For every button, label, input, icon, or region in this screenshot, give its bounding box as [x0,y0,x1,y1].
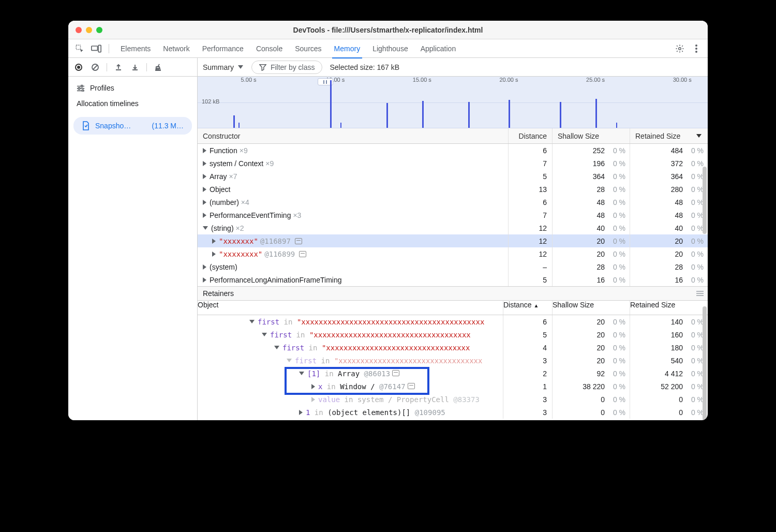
profiles-section[interactable]: Profiles [68,77,197,97]
tab-network[interactable]: Network [157,39,196,58]
timeline-tick: 5.00 s [241,77,257,83]
retainer-row[interactable]: first in "xxxxxxxxxxxxxxxxxxxxxxxxxxxxxx… [198,354,708,367]
svg-point-4 [695,45,697,47]
tab-sources[interactable]: Sources [289,39,327,58]
allocation-bar [238,123,240,128]
disclosure-triangle-icon[interactable] [287,359,292,362]
timeline-tick: 20.00 s [499,77,518,83]
tab-application[interactable]: Application [414,39,462,58]
disclosure-triangle-icon[interactable] [311,397,315,402]
col-retained[interactable]: Retained Size [630,128,708,143]
allocation-bar [330,80,332,128]
disclosure-triangle-icon[interactable] [274,346,279,349]
profiles-label: Profiles [90,84,114,92]
snapshot-name: Snapsho… [95,122,131,130]
snapshot-item[interactable]: Snapsho… (11.3 M… [73,117,192,135]
inspect-icon[interactable] [72,41,87,56]
disclosure-triangle-icon[interactable] [203,174,206,179]
close-icon[interactable] [76,27,82,33]
disclosure-triangle-icon[interactable] [212,239,216,244]
table-row[interactable]: Object13280 %2800 % [198,183,708,196]
table-row[interactable]: "xxxxxxxx" @11689912200 %200 % [198,247,708,260]
retainer-row[interactable]: first in "xxxxxxxxxxxxxxxxxxxxxxxxxxxxxx… [198,328,708,341]
clear-icon[interactable] [89,61,101,73]
zoom-icon[interactable] [96,27,102,33]
scrollbar[interactable] [703,306,707,420]
disclosure-triangle-icon[interactable] [262,333,267,336]
retainer-row[interactable]: first in "xxxxxxxxxxxxxxxxxxxxxxxxxxxxxx… [198,315,708,328]
retainer-row[interactable]: x in Window / @76147138 2200 %52 2000 % [198,380,708,393]
summary-dropdown[interactable]: Summary [203,63,244,71]
disclosure-triangle-icon[interactable] [203,200,206,205]
svg-rect-0 [76,45,80,49]
disclosure-triangle-icon[interactable] [249,320,255,323]
download-icon[interactable] [129,61,141,73]
svg-point-3 [679,47,681,50]
table-row[interactable]: system / Context ×971960 %3720 % [198,157,708,170]
disclosure-triangle-icon[interactable] [203,264,206,270]
timeline[interactable]: 102 kB 5.00 s10.00 s15.00 s20.00 s25.00 … [198,77,708,128]
svg-point-6 [695,51,697,53]
svg-point-8 [77,66,80,69]
upload-icon[interactable] [112,61,125,73]
tab-elements[interactable]: Elements [114,39,157,58]
tab-performance[interactable]: Performance [196,39,250,58]
sort-desc-icon [696,134,702,138]
table-row[interactable]: "xxxxxxx" @11689712200 %200 % [198,234,708,247]
window-icon [295,238,302,244]
ret-col-distance[interactable]: Distance▲ [503,301,553,315]
disclosure-triangle-icon[interactable] [203,148,206,153]
disclosure-triangle-icon[interactable] [203,277,206,283]
table-row[interactable]: (string) ×212400 %400 % [198,221,708,234]
tab-lighthouse[interactable]: Lighthouse [366,39,414,58]
constructors-table: Function ×962520 %4840 %system / Context… [198,144,708,286]
table-row[interactable]: PerformanceEventTiming ×37480 %480 % [198,209,708,221]
svg-point-5 [695,48,697,50]
constructors-header: Constructor Distance Shallow Size Retain… [198,128,708,144]
filter-input[interactable]: Filter by class [251,61,323,74]
ret-col-shallow[interactable]: Shallow Size [553,301,630,315]
disclosure-triangle-icon[interactable] [212,252,216,257]
gear-icon[interactable] [673,41,687,56]
disclosure-triangle-icon[interactable] [311,384,315,389]
col-constructor[interactable]: Constructor [198,128,509,143]
table-row[interactable]: Array ×753640 %3640 % [198,170,708,183]
col-shallow[interactable]: Shallow Size [553,128,630,143]
disclosure-triangle-icon[interactable] [203,226,208,230]
kebab-icon[interactable] [689,41,704,56]
retainers-title: Retainers [203,289,234,298]
table-row[interactable]: Function ×962520 %4840 % [198,144,708,157]
devtools-window: DevTools - file:///Users/stmarthe/x-repl… [68,21,708,420]
svg-rect-12 [82,90,84,92]
disclosure-triangle-icon[interactable] [203,187,206,192]
scrollbar[interactable] [703,167,707,234]
record-icon[interactable] [72,61,85,73]
retainer-row[interactable]: 1 in (object elements)[] @109095300 %00 … [198,406,708,419]
retainer-row[interactable]: value in system / PropertyCell @83373300… [198,393,708,406]
disclosure-triangle-icon[interactable] [299,372,304,375]
device-icon[interactable] [89,41,103,56]
table-row[interactable]: (system)–280 %280 % [198,260,708,273]
ret-col-retained[interactable]: Retained Size [630,301,708,315]
retainer-row[interactable]: first in "xxxxxxxxxxxxxxxxxxxxxxxxxxxxxx… [198,341,708,354]
tab-console[interactable]: Console [250,39,289,58]
disclosure-triangle-icon[interactable] [299,410,303,415]
window-icon [392,370,399,376]
disclosure-triangle-icon[interactable] [203,161,206,166]
retainer-row[interactable]: [1] in Array @860132920 %4 4120 % [198,367,708,380]
table-row[interactable]: (number) ×46480 %480 % [198,196,708,209]
ret-col-object[interactable]: Object [198,301,503,315]
allocation-bar [509,100,510,128]
chevron-down-icon [238,65,243,69]
allocation-bar [595,99,597,128]
broom-icon[interactable] [152,61,165,73]
window-icon [299,251,306,257]
minimize-icon[interactable] [86,27,92,33]
disclosure-triangle-icon[interactable] [203,213,206,218]
tab-memory[interactable]: Memory [328,39,367,58]
hamburger-icon[interactable] [696,289,704,298]
svg-rect-10 [81,85,83,87]
col-distance[interactable]: Distance [509,128,553,143]
main-toolbar: Summary Filter by class Selected size: 1… [198,58,708,77]
table-row[interactable]: PerformanceLongAnimationFrameTiming5160 … [198,273,708,286]
